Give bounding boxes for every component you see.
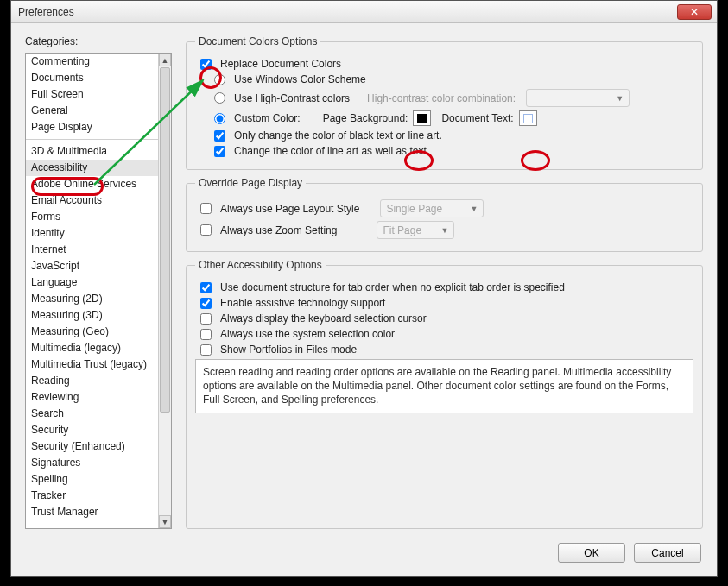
category-item[interactable]: Measuring (2D) <box>26 291 158 307</box>
only-black-checkbox[interactable] <box>214 130 225 142</box>
category-item[interactable]: JavaScript <box>26 258 158 274</box>
category-item[interactable]: Spelling <box>26 471 158 488</box>
close-icon: ✕ <box>690 6 699 18</box>
document-text-swatch[interactable] <box>519 110 537 126</box>
hc-combo-label: High-contrast color combination: <box>367 92 516 104</box>
zoom-checkbox[interactable] <box>200 224 212 236</box>
category-item[interactable]: Multimedia Trust (legacy) <box>26 356 158 373</box>
category-item[interactable]: Security (Enhanced) <box>26 438 158 455</box>
document-text-label: Document Text: <box>441 112 513 124</box>
black-swatch-icon <box>417 114 427 123</box>
document-colors-group: Document Colors Options Replace Document… <box>186 35 703 170</box>
category-item[interactable]: Accessibility <box>26 160 158 176</box>
category-item[interactable]: Adobe Online Services <box>26 176 158 192</box>
portfolios-checkbox[interactable] <box>200 344 212 356</box>
close-button[interactable]: ✕ <box>677 4 712 20</box>
layout-label: Always use Page Layout Style <box>220 203 359 215</box>
override-group: Override Page Display Always use Page La… <box>186 177 703 252</box>
custom-color-radio[interactable] <box>214 113 225 124</box>
info-text: Screen reading and reading order options… <box>195 359 693 413</box>
titlebar: Preferences ✕ <box>11 1 717 23</box>
document-colors-legend: Document Colors Options <box>195 35 320 47</box>
assistive-label: Enable assistive technology support <box>220 297 385 309</box>
override-legend: Override Page Display <box>195 177 306 189</box>
zoom-dropdown[interactable]: Fit Page ▼ <box>377 221 454 239</box>
layout-dropdown-value: Single Page <box>386 203 442 215</box>
layout-checkbox[interactable] <box>200 203 212 214</box>
chevron-down-icon: ▼ <box>616 94 624 103</box>
category-item[interactable]: Security <box>26 422 158 438</box>
only-black-label: Only change the color of black text or l… <box>234 129 442 142</box>
preferences-window: Preferences ✕ Categories: CommentingDocu… <box>10 0 718 577</box>
category-item[interactable]: Multimedia (legacy) <box>26 340 158 356</box>
category-item[interactable]: Measuring (Geo) <box>26 324 158 340</box>
category-item[interactable]: Commenting <box>26 54 158 70</box>
custom-color-label: Custom Color: <box>234 112 301 124</box>
category-item[interactable]: Identity <box>26 225 158 242</box>
scroll-down-button[interactable]: ▼ <box>159 515 171 528</box>
page-background-swatch[interactable] <box>413 110 431 126</box>
kb-cursor-label: Always display the keyboard selection cu… <box>220 312 427 325</box>
scrollbar[interactable]: ▲ ▼ <box>158 54 171 528</box>
chevron-down-icon: ▼ <box>471 205 478 213</box>
category-item[interactable]: Email Accounts <box>26 192 158 209</box>
tab-order-label: Use document structure for tab order whe… <box>220 281 565 293</box>
lineart-checkbox[interactable] <box>214 146 225 157</box>
zoom-label: Always use Zoom Setting <box>220 224 337 236</box>
zoom-dropdown-value: Fit Page <box>383 224 421 236</box>
white-swatch-icon <box>523 114 533 123</box>
portfolios-label: Show Portfolios in Files mode <box>220 343 357 356</box>
windows-scheme-radio[interactable] <box>214 74 225 85</box>
page-background-label: Page Background: <box>323 112 408 124</box>
kb-cursor-checkbox[interactable] <box>200 313 212 325</box>
cancel-button[interactable]: Cancel <box>634 543 701 563</box>
category-item[interactable]: Full Screen <box>26 86 158 103</box>
tab-order-checkbox[interactable] <box>200 282 212 293</box>
layout-dropdown[interactable]: Single Page ▼ <box>380 199 484 217</box>
scroll-up-button[interactable]: ▲ <box>159 54 171 66</box>
category-item[interactable]: 3D & Multimedia <box>26 143 158 160</box>
category-item[interactable]: Forms <box>26 209 158 225</box>
high-contrast-label: Use High-Contrast colors <box>234 92 350 104</box>
ok-button[interactable]: OK <box>558 543 625 563</box>
category-item[interactable]: General <box>26 103 158 119</box>
window-title: Preferences <box>18 6 677 18</box>
category-item[interactable]: Page Display <box>26 119 158 135</box>
categories-list[interactable]: CommentingDocumentsFull ScreenGeneralPag… <box>25 53 172 529</box>
replace-colors-checkbox[interactable] <box>200 59 212 70</box>
category-item[interactable]: Reviewing <box>26 389 158 406</box>
windows-scheme-label: Use Windows Color Scheme <box>234 73 366 85</box>
category-item[interactable]: Internet <box>26 242 158 258</box>
category-item[interactable]: Language <box>26 274 158 291</box>
category-item[interactable]: Search <box>26 406 158 422</box>
category-item[interactable]: Signatures <box>26 455 158 471</box>
scroll-thumb[interactable] <box>160 67 170 413</box>
sys-selcolor-checkbox[interactable] <box>200 329 212 340</box>
category-item[interactable]: Trust Manager <box>26 504 158 520</box>
assistive-checkbox[interactable] <box>200 298 212 309</box>
other-legend: Other Accessibility Options <box>195 259 326 271</box>
category-item[interactable]: Documents <box>26 70 158 86</box>
lineart-label: Change the color of line art as well as … <box>234 145 429 157</box>
category-item[interactable]: Reading <box>26 373 158 389</box>
category-separator <box>26 139 158 140</box>
category-item[interactable]: Tracker <box>26 488 158 504</box>
category-item[interactable]: Measuring (3D) <box>26 307 158 324</box>
categories-label: Categories: <box>25 35 172 47</box>
chevron-down-icon: ▼ <box>440 226 448 235</box>
hc-combo-dropdown[interactable]: ▼ <box>526 89 630 107</box>
sys-selcolor-label: Always use the system selection color <box>220 328 395 340</box>
other-group: Other Accessibility Options Use document… <box>186 259 703 529</box>
replace-colors-label: Replace Document Colors <box>220 58 341 70</box>
high-contrast-radio[interactable] <box>214 92 225 104</box>
